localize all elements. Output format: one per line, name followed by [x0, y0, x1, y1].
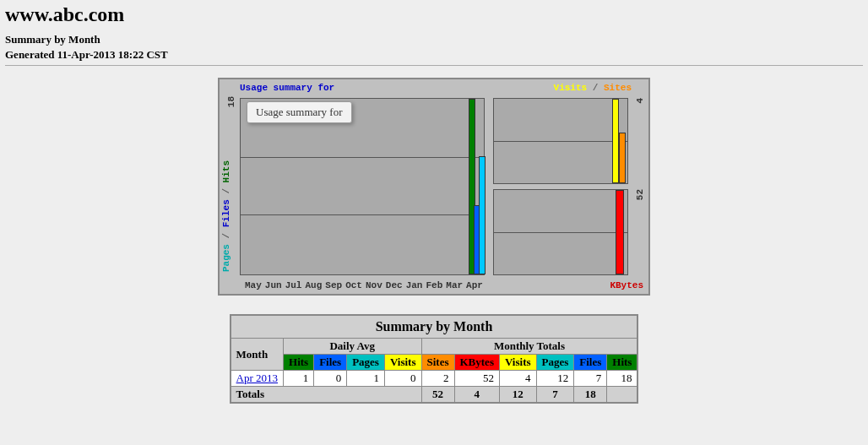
plot-right-top: [493, 98, 628, 184]
totals-files: 7: [536, 387, 574, 404]
divider: [5, 65, 863, 66]
col-month: Month: [231, 339, 284, 371]
legend-hits: Hits: [221, 160, 231, 182]
legend-sites: Sites: [604, 83, 632, 93]
x-tick: Aug: [303, 280, 323, 290]
col-daily-avg: Daily Avg: [284, 339, 421, 355]
legend-visits: Visits: [554, 83, 588, 93]
cell-daily-files: 0: [314, 371, 347, 387]
ytick-right-top: 4: [635, 98, 645, 104]
hdr-daily-files: Files: [314, 355, 347, 371]
hdr-monthly-pages: Pages: [536, 355, 574, 371]
col-monthly-totals: Monthly Totals: [421, 339, 637, 355]
legend-sep: /: [593, 83, 599, 93]
totals-hits: 18: [574, 387, 607, 404]
ytick-right-bottom: 52: [635, 189, 645, 200]
ytick-left: 18: [226, 96, 236, 107]
usage-chart: Usage summary for Visits / Sites Pages /…: [218, 78, 650, 296]
summary-table: Summary by Month Month Daily Avg Monthly…: [230, 314, 639, 404]
cell-monthly-visits: 4: [499, 371, 536, 387]
plot-left: [240, 98, 485, 275]
page-title: www.abc.com: [5, 3, 863, 26]
hdr-monthly-hits: Hits: [607, 355, 638, 371]
legend-files: Files: [221, 199, 231, 227]
hdr-monthly-files: Files: [574, 355, 607, 371]
cell-monthly-hits: 18: [607, 371, 638, 387]
x-tick: Jun: [263, 280, 284, 290]
table-title: Summary by Month: [231, 315, 638, 339]
plot-right-bottom: [493, 189, 628, 275]
chart-legend-visits-sites: Visits / Sites: [554, 83, 632, 93]
cell-monthly-files: 7: [574, 371, 607, 387]
subtitle-summary: Summary by Month: [5, 33, 863, 46]
chart-legend-pfh: Pages / Files / Hits: [221, 160, 231, 272]
cell-monthly-pages: 12: [536, 371, 574, 387]
hdr-monthly-sites: Sites: [421, 355, 454, 371]
bar-sites-apr: [619, 133, 626, 183]
subtitle-generated: Generated 11-Apr-2013 18:22 CST: [5, 48, 863, 62]
x-tick: Mar: [444, 280, 464, 290]
totals-row: Totals 52 4 12 7 18: [231, 387, 638, 404]
bar-visits-apr: [612, 99, 619, 183]
chart-title: Usage summary for: [240, 83, 334, 93]
table-row: Apr 2013 1 0 1 0 2 52 4 12 7 18: [231, 371, 638, 387]
cell-monthly-sites: 2: [421, 371, 454, 387]
x-tick: May: [243, 280, 263, 290]
totals-label: Totals: [231, 387, 421, 404]
hdr-monthly-visits: Visits: [499, 355, 536, 371]
cell-daily-hits: 1: [284, 371, 314, 387]
x-tick: Feb: [424, 280, 444, 290]
hdr-daily-hits: Hits: [284, 355, 314, 371]
hdr-daily-pages: Pages: [347, 355, 385, 371]
x-tick: Apr: [464, 280, 485, 290]
month-link[interactable]: Apr 2013: [236, 372, 278, 384]
totals-kbytes: 52: [421, 387, 454, 404]
cell-daily-pages: 1: [347, 371, 385, 387]
bar-pages-apr: [479, 156, 486, 274]
cell-daily-visits: 0: [384, 371, 421, 387]
x-tick: Oct: [344, 280, 364, 290]
x-axis-months: MayJunJulAugSepOctNovDecJanFebMarApr: [243, 280, 485, 290]
x-tick: Nov: [364, 280, 384, 290]
x-tick: Jul: [284, 280, 304, 290]
x-tick: Sep: [323, 280, 344, 290]
chart-tooltip: Usage summary for: [247, 101, 352, 123]
legend-kbytes: KBytes: [610, 280, 643, 290]
totals-visits: 4: [454, 387, 499, 404]
hdr-daily-visits: Visits: [384, 355, 421, 371]
legend-pages: Pages: [221, 244, 231, 272]
x-tick: Dec: [384, 280, 404, 290]
cell-monthly-kbytes: 52: [454, 371, 499, 387]
bar-kbytes-apr: [616, 190, 624, 274]
hdr-monthly-kbytes: KBytes: [454, 355, 499, 371]
x-tick: Jan: [404, 280, 425, 290]
totals-pages: 12: [499, 387, 536, 404]
